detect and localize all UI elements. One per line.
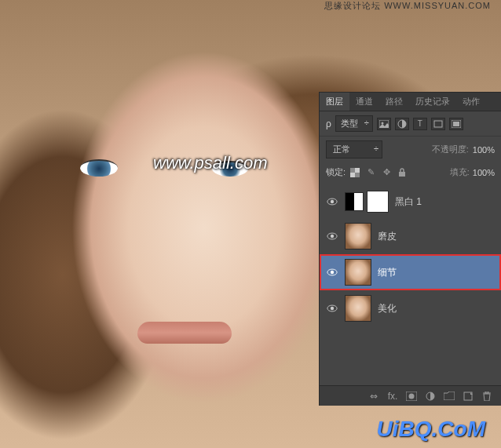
blend-row: 正常 不透明度: 100% [320, 137, 501, 162]
watermark-center: www.psall.com [153, 153, 267, 173]
layer-row-detail[interactable]: 细节 [320, 254, 501, 290]
link-layers-icon[interactable]: ⇔ [368, 390, 380, 402]
svg-rect-6 [350, 168, 355, 173]
opacity-value[interactable]: 100% [473, 145, 495, 155]
panel-tabs: 图层 通道 路径 历史记录 动作 [320, 93, 501, 111]
filter-shape-icon[interactable] [431, 118, 445, 130]
adjustment-icon[interactable] [424, 390, 437, 402]
visibility-toggle[interactable] [326, 230, 338, 242]
svg-rect-3 [434, 121, 442, 127]
portrait-lips [137, 322, 232, 344]
tab-paths[interactable]: 路径 [379, 93, 409, 111]
filter-row: ρ 类型 T [320, 111, 501, 137]
visibility-toggle[interactable] [326, 266, 338, 279]
mask-icon[interactable] [405, 390, 418, 402]
adjustment-icon [345, 192, 364, 211]
svg-point-12 [331, 200, 334, 203]
visibility-toggle[interactable] [326, 195, 338, 208]
svg-point-20 [409, 393, 415, 399]
tab-actions[interactable]: 动作 [456, 93, 486, 111]
layer-thumb [345, 295, 371, 322]
svg-rect-9 [350, 173, 355, 177]
layer-name[interactable]: 美化 [378, 302, 397, 315]
svg-rect-5 [453, 122, 459, 126]
tab-history[interactable]: 历史记录 [409, 93, 456, 111]
layer-name[interactable]: 黑白 1 [395, 195, 422, 209]
lock-transparent-icon[interactable] [349, 167, 361, 178]
opacity-label: 不透明度: [432, 144, 469, 155]
filter-smart-icon[interactable] [449, 118, 463, 130]
filter-type-select[interactable]: 类型 [335, 115, 373, 132]
layer-thumb [345, 259, 371, 286]
group-icon[interactable] [443, 390, 455, 402]
adjustment-thumbs [345, 191, 389, 213]
new-layer-icon[interactable] [462, 390, 474, 402]
delete-icon[interactable] [481, 390, 493, 402]
fx-icon[interactable]: fx. [386, 390, 399, 402]
tab-layers[interactable]: 图层 [320, 93, 349, 111]
svg-point-16 [331, 271, 334, 274]
fill-value[interactable]: 100% [473, 168, 495, 177]
blend-mode-select[interactable]: 正常 [326, 140, 382, 158]
visibility-toggle[interactable] [326, 302, 338, 315]
lock-all-icon[interactable] [396, 167, 408, 178]
layers-panel: 图层 通道 路径 历史记录 动作 ρ 类型 T 正常 不透明度: 100% 锁定… [319, 92, 501, 406]
watermark-top: 思缘设计论坛 WWW.MISSYUAN.COM [324, 0, 491, 12]
layers-list: 黑白 1 磨皮 细节 美化 [320, 182, 501, 330]
lock-row: 锁定: ✎ ✥ 填充: 100% [320, 162, 501, 182]
svg-rect-7 [355, 173, 360, 177]
layer-name[interactable]: 磨皮 [378, 230, 397, 243]
layer-row-bw[interactable]: 黑白 1 [320, 185, 501, 218]
lock-position-icon[interactable]: ✥ [380, 167, 393, 178]
svg-rect-8 [355, 168, 360, 173]
filter-image-icon[interactable] [377, 118, 391, 130]
svg-point-14 [331, 235, 334, 238]
lock-label: 锁定: [326, 166, 346, 178]
fill-label: 填充: [450, 166, 470, 178]
portrait-eye-left [80, 159, 118, 177]
layer-row-smooth[interactable]: 磨皮 [320, 218, 501, 254]
svg-rect-10 [399, 172, 405, 177]
tab-channels[interactable]: 通道 [349, 93, 379, 111]
svg-point-18 [331, 307, 334, 310]
filter-text-icon[interactable]: T [413, 118, 427, 130]
layer-thumb [345, 223, 371, 249]
filter-adjustment-icon[interactable] [395, 118, 409, 130]
lock-pixels-icon[interactable]: ✎ [364, 167, 377, 178]
panel-footer: ⇔ fx. [320, 385, 501, 406]
layer-row-beautify[interactable]: 美化 [320, 290, 501, 326]
mask-thumb [367, 191, 389, 213]
layer-name[interactable]: 细节 [378, 266, 397, 279]
watermark-bottom: UiBQ.CoM [377, 417, 485, 442]
